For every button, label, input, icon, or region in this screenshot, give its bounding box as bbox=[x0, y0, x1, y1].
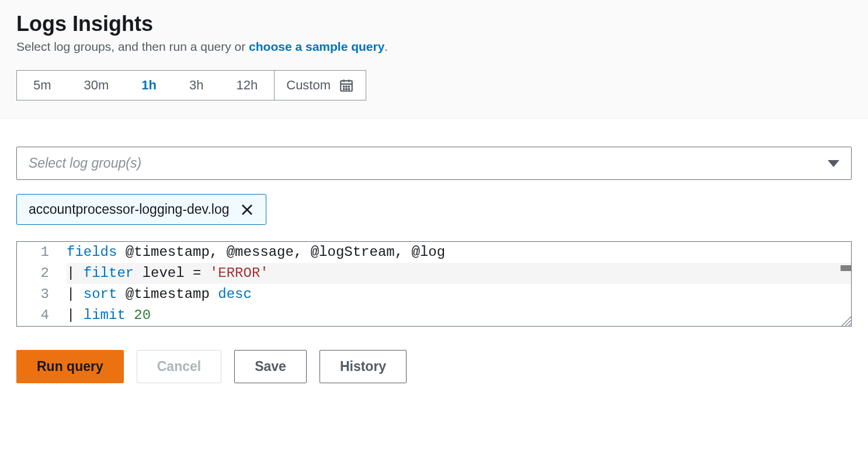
time-range-3h[interactable]: 3h bbox=[173, 71, 220, 100]
query-editor[interactable]: 1fields @timestamp, @message, @logStream… bbox=[16, 241, 852, 327]
svg-point-2 bbox=[346, 86, 347, 87]
page-title: Logs Insights bbox=[16, 12, 852, 36]
code-content[interactable]: fields @timestamp, @message, @logStream,… bbox=[67, 242, 851, 263]
calendar-icon bbox=[339, 78, 354, 93]
svg-point-4 bbox=[343, 89, 345, 90]
caret-down-icon bbox=[828, 160, 839, 167]
time-range-12h[interactable]: 12h bbox=[220, 71, 275, 100]
scroll-marker bbox=[841, 265, 851, 271]
custom-label: Custom bbox=[286, 78, 331, 93]
tag-remove-button[interactable] bbox=[240, 203, 254, 217]
time-range-5m[interactable]: 5m bbox=[17, 71, 68, 100]
tag-label: accountprocessor-logging-dev.log bbox=[29, 202, 230, 217]
editor-line[interactable]: 2| filter level = 'ERROR' bbox=[17, 263, 851, 284]
svg-point-1 bbox=[343, 86, 345, 87]
selected-log-group-tag: accountprocessor-logging-dev.log bbox=[16, 194, 266, 225]
editor-line[interactable]: 3| sort @timestamp desc bbox=[17, 284, 851, 305]
svg-point-3 bbox=[349, 86, 350, 87]
code-content[interactable]: | sort @timestamp desc bbox=[67, 284, 851, 305]
sample-query-link[interactable]: choose a sample query bbox=[249, 40, 384, 53]
time-range-selector: 5m30m1h3h12hCustom bbox=[16, 70, 366, 100]
save-button[interactable]: Save bbox=[234, 350, 307, 383]
editor-line[interactable]: 4| limit 20 bbox=[17, 305, 851, 326]
code-content[interactable]: | filter level = 'ERROR' bbox=[67, 263, 851, 284]
page-subtitle: Select log groups, and then run a query … bbox=[16, 40, 852, 54]
action-bar: Run query Cancel Save History bbox=[16, 350, 852, 383]
svg-point-6 bbox=[349, 89, 350, 90]
line-number: 2 bbox=[17, 263, 67, 284]
resize-handle[interactable] bbox=[841, 315, 852, 327]
cancel-button: Cancel bbox=[137, 350, 221, 383]
editor-line[interactable]: 1fields @timestamp, @message, @logStream… bbox=[17, 242, 851, 263]
line-number: 1 bbox=[17, 242, 67, 263]
time-range-custom[interactable]: Custom bbox=[274, 71, 366, 100]
svg-point-5 bbox=[346, 89, 347, 90]
run-query-button[interactable]: Run query bbox=[16, 350, 124, 383]
close-icon bbox=[240, 203, 254, 217]
log-group-select[interactable]: Select log group(s) bbox=[16, 147, 852, 180]
subtitle-prefix: Select log groups, and then run a query … bbox=[16, 40, 249, 53]
body-section: Select log group(s) accountprocessor-log… bbox=[0, 119, 868, 401]
time-range-30m[interactable]: 30m bbox=[68, 71, 126, 100]
line-number: 3 bbox=[17, 284, 67, 305]
subtitle-suffix: . bbox=[384, 40, 388, 53]
header-section: Logs Insights Select log groups, and the… bbox=[0, 0, 868, 119]
code-content[interactable]: | limit 20 bbox=[67, 305, 851, 326]
time-range-1h[interactable]: 1h bbox=[125, 71, 173, 100]
history-button[interactable]: History bbox=[320, 350, 407, 383]
log-group-placeholder: Select log group(s) bbox=[29, 155, 141, 171]
line-number: 4 bbox=[17, 305, 67, 326]
